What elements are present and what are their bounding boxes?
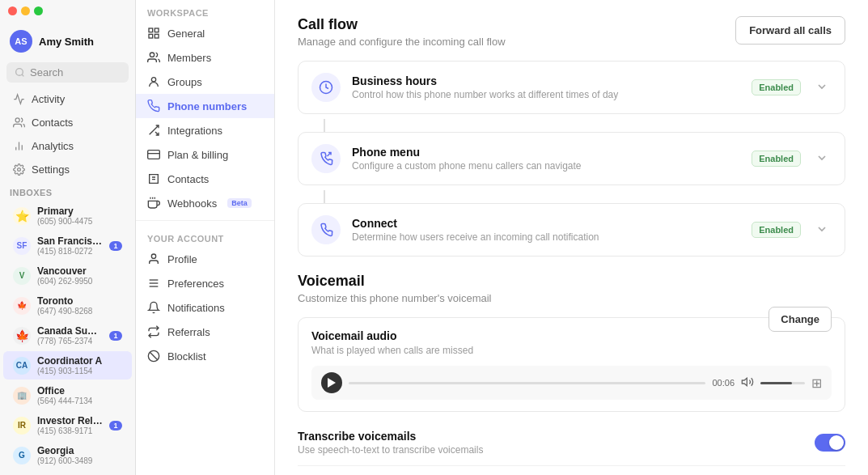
inbox-info: Primary (605) 900-4475 <box>37 206 122 226</box>
inbox-item-toronto[interactable]: 🍁 Toronto (647) 490-8268 <box>3 291 132 320</box>
inbox-info: Office (564) 444-7134 <box>37 385 122 405</box>
billing-icon <box>147 148 160 161</box>
call-flow-subtitle: Manage and configure the incoming call f… <box>298 36 506 48</box>
nav-label: Notifications <box>167 302 225 314</box>
business-hours-card[interactable]: Business hours Control how this phone nu… <box>298 61 845 114</box>
call-flow-title-group: Call flow Manage and configure the incom… <box>298 16 506 48</box>
user-header: AS Amy Smith <box>0 22 135 61</box>
nav-plan-billing[interactable]: Plan & billing <box>136 142 274 167</box>
nav-label: Phone numbers <box>167 100 247 112</box>
connect-status: Enabled <box>752 222 801 238</box>
workspace-section-label: Workspace <box>136 0 274 21</box>
volume-bar[interactable] <box>760 382 805 384</box>
business-hours-expand[interactable] <box>812 77 832 99</box>
play-button[interactable] <box>321 372 342 393</box>
window-controls <box>0 0 135 22</box>
nav-referrals[interactable]: Referrals <box>136 320 274 344</box>
voicemail-section: Voicemail Customize this phone number's … <box>298 273 845 475</box>
search-icon <box>15 67 25 78</box>
inbox-info: Canada Support (778) 765-2374 <box>37 325 103 346</box>
sidebar-item-settings[interactable]: Settings <box>3 159 132 180</box>
connect-card[interactable]: Connect Determine how users receive an i… <box>298 203 845 257</box>
svg-rect-10 <box>155 34 159 38</box>
nav-label: General <box>167 28 205 40</box>
main-content: Call flow Manage and configure the incom… <box>275 0 868 475</box>
nav-phone-numbers[interactable]: Phone numbers <box>136 94 274 118</box>
inbox-item-coordinator-a[interactable]: CA Coordinator A (415) 903-1154 <box>3 351 132 380</box>
nav-integrations[interactable]: Integrations <box>136 118 274 142</box>
forward-all-calls-button[interactable]: Forward all calls <box>735 16 845 45</box>
connect-desc: Determine how users receive an incoming … <box>352 231 740 243</box>
nav-label: Plan & billing <box>167 149 228 161</box>
sidebar-item-analytics[interactable]: Analytics <box>3 135 132 157</box>
svg-line-25 <box>150 352 157 359</box>
nav-contacts[interactable]: Contacts <box>136 167 274 191</box>
chevron-down-icon <box>815 151 828 164</box>
sidebar-left: AS Amy Smith Search Activity Contacts An… <box>0 0 136 475</box>
svg-marker-29 <box>742 378 747 385</box>
voicemail-title: Voicemail <box>298 273 845 290</box>
svg-rect-8 <box>155 28 159 32</box>
minimize-window[interactable] <box>21 6 30 15</box>
inbox-info: Coordinator A (415) 903-1154 <box>37 355 122 375</box>
inbox-item-sf1[interactable]: SF San Francisco1 (415) 818-0272 1 <box>3 231 132 260</box>
svg-point-0 <box>16 69 23 76</box>
nav-blocklist[interactable]: Blocklist <box>136 344 274 368</box>
business-hours-name: Business hours <box>352 74 740 87</box>
beta-badge: Beta <box>227 198 252 208</box>
volume-icon <box>741 375 754 388</box>
phone-menu-desc: Configure a custom phone menu callers ca… <box>352 160 740 172</box>
nav-label: Preferences <box>167 278 224 290</box>
sidebar-item-activity[interactable]: Activity <box>3 88 132 110</box>
inbox-item-georgia[interactable]: G Georgia (912) 600-3489 <box>3 441 132 469</box>
inboxes-label: Inboxes <box>0 181 135 201</box>
inbox-item-primary[interactable]: ⭐ Primary (605) 900-4475 <box>3 201 132 230</box>
call-flow-header: Call flow Manage and configure the incom… <box>298 16 845 48</box>
nav-profile[interactable]: Profile <box>136 247 274 271</box>
search-bar[interactable]: Search <box>6 62 129 83</box>
transcribe-toggle[interactable] <box>815 434 845 452</box>
connect-expand[interactable] <box>812 219 832 241</box>
inbox-icon: 🏢 <box>13 387 31 405</box>
transcribe-title: Transcribe voicemails <box>298 430 483 443</box>
unread-badge: 1 <box>109 241 122 251</box>
audio-progress[interactable] <box>349 382 705 384</box>
nav-label: Members <box>167 52 211 64</box>
change-voicemail-button[interactable]: Change <box>768 307 832 332</box>
svg-rect-7 <box>149 28 153 32</box>
nav-groups[interactable]: Groups <box>136 70 274 94</box>
profile-icon <box>147 252 160 265</box>
inbox-item-canada-support[interactable]: 🍁 Canada Support (778) 765-2374 1 <box>3 321 132 350</box>
inbox-item-vancouver[interactable]: V Vancouver (604) 262-9950 <box>3 261 132 290</box>
add-audio-button[interactable]: ⊞ <box>811 375 822 391</box>
inbox-icon: SF <box>13 237 31 255</box>
general-icon <box>147 27 160 40</box>
avatar: AS <box>10 30 32 53</box>
connect-info: Connect Determine how users receive an i… <box>352 217 740 243</box>
close-window[interactable] <box>8 6 17 15</box>
gear-icon <box>13 163 25 176</box>
nav-notifications[interactable]: Notifications <box>136 295 274 320</box>
mute-button[interactable] <box>741 375 754 391</box>
inbox-icon: G <box>13 447 31 464</box>
inbox-info: Investor Relations (415) 638-9171 <box>37 415 103 435</box>
nav-webhooks[interactable]: Webhooks Beta <box>136 191 274 215</box>
svg-point-2 <box>15 118 19 122</box>
inbox-item-investor[interactable]: IR Investor Relations (415) 638-9171 1 <box>3 411 132 439</box>
inbox-icon: V <box>13 267 31 285</box>
nav-members[interactable]: Members <box>136 45 274 70</box>
nav-general[interactable]: General <box>136 21 274 45</box>
business-hours-desc: Control how this phone number works at d… <box>352 89 740 100</box>
nav-label: Profile <box>167 253 197 265</box>
inbox-item-office[interactable]: 🏢 Office (564) 444-7134 <box>3 381 132 409</box>
sidebar-item-contacts[interactable]: Contacts <box>3 112 132 134</box>
contacts-icon <box>147 172 160 185</box>
chevron-down-icon <box>815 223 828 235</box>
phone-menu-card[interactable]: Phone menu Configure a custom phone menu… <box>298 132 845 185</box>
inbox-item-healthcare[interactable]: H Healthcare (310) 445-9566 <box>3 471 132 475</box>
nav-preferences[interactable]: Preferences <box>136 271 274 295</box>
nav-label: Contacts <box>167 173 209 185</box>
volume-fill <box>760 382 792 384</box>
maximize-window[interactable] <box>34 6 43 15</box>
phone-menu-expand[interactable] <box>812 148 832 170</box>
